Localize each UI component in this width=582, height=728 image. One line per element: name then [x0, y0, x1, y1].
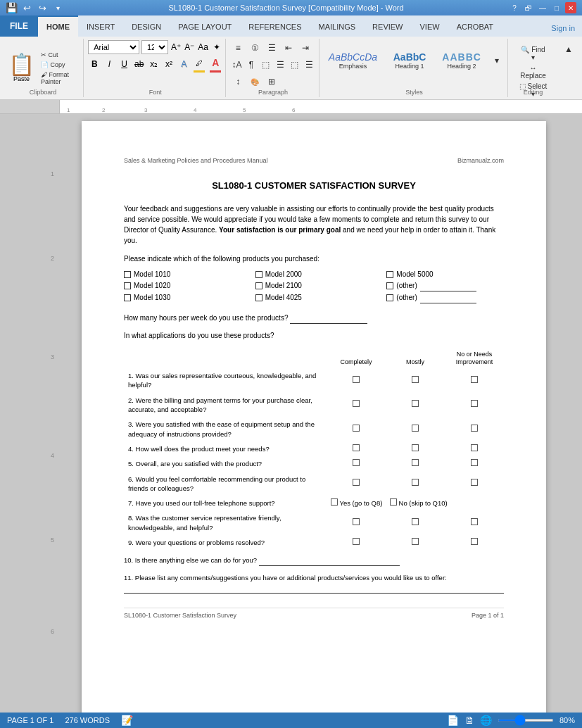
numbering-button[interactable]: ①: [247, 40, 262, 56]
document-scroll-area[interactable]: Sales & Marketing Policies and Procedure…: [60, 114, 568, 713]
hours-answer-field[interactable]: [290, 313, 367, 324]
product-checkbox-1010[interactable]: [124, 271, 131, 278]
product-model-1010[interactable]: Model 1010: [124, 270, 241, 280]
bold-button[interactable]: B: [88, 57, 101, 71]
q2-mostly[interactable]: [386, 393, 445, 418]
customize-icon[interactable]: ▾: [52, 2, 63, 13]
product-other-2[interactable]: (other): [386, 293, 504, 303]
q2-completely[interactable]: [327, 393, 386, 418]
web-layout-icon[interactable]: 🌐: [480, 715, 492, 726]
maximize-button[interactable]: □: [551, 2, 562, 13]
q8-no-needs[interactable]: [445, 510, 504, 535]
product-other-1[interactable]: (other): [386, 281, 504, 291]
file-button[interactable]: FILE: [0, 15, 38, 37]
style-emphasis[interactable]: AaBbCcDa Emphasis: [324, 49, 382, 73]
q6-mostly[interactable]: [386, 472, 445, 496]
product-checkbox-other-2[interactable]: [386, 294, 393, 301]
tab-references[interactable]: REFERENCES: [240, 15, 310, 37]
product-model-2000[interactable]: Model 2000: [255, 270, 373, 280]
text-effects-button[interactable]: A: [177, 57, 190, 71]
tab-review[interactable]: REVIEW: [364, 15, 411, 37]
style-heading2[interactable]: AABBC Heading 2: [437, 49, 486, 73]
q3-mostly[interactable]: [386, 417, 445, 441]
document-title[interactable]: SL1080-1 Customer Satisfaction Survey: [124, 180, 504, 192]
product-checkbox-2000[interactable]: [255, 271, 262, 278]
redo-icon[interactable]: ↪: [37, 2, 48, 13]
product-checkbox-other-1[interactable]: [386, 282, 393, 289]
justify-button[interactable]: ☰: [303, 57, 316, 73]
print-layout-icon[interactable]: 🗎: [464, 715, 474, 726]
tab-page-layout[interactable]: PAGE LAYOUT: [170, 15, 240, 37]
q8-mostly[interactable]: [386, 510, 445, 535]
product-model-2100[interactable]: Model 2100: [255, 281, 373, 291]
product-model-4025[interactable]: Model 4025: [255, 293, 373, 303]
bullets-button[interactable]: ≡: [230, 40, 246, 56]
undo-icon[interactable]: ↩: [21, 2, 32, 13]
decrease-indent-button[interactable]: ⇤: [281, 40, 296, 56]
tab-insert[interactable]: INSERT: [78, 15, 123, 37]
tab-design[interactable]: DESIGN: [123, 15, 170, 37]
shading-button[interactable]: 🎨: [247, 74, 262, 89]
q5-completely[interactable]: [327, 456, 386, 471]
product-model-1020[interactable]: Model 1020: [124, 281, 241, 291]
q4-no-needs[interactable]: [445, 441, 504, 456]
q1-mostly[interactable]: [386, 368, 445, 393]
format-painter-button[interactable]: 🖌 Format Painter: [39, 70, 80, 86]
multilevel-button[interactable]: ☰: [264, 40, 279, 56]
increase-indent-button[interactable]: ⇥: [298, 40, 313, 56]
q5-no-needs[interactable]: [445, 456, 504, 471]
q4-completely[interactable]: [327, 441, 386, 456]
strikethrough-button[interactable]: ab: [133, 57, 146, 71]
line-spacing-button[interactable]: ↕: [230, 74, 246, 89]
q9-completely[interactable]: [327, 535, 386, 550]
styles-scroll-down[interactable]: ▾: [489, 43, 505, 78]
grow-font-button[interactable]: A⁺: [170, 40, 182, 54]
q3-completely[interactable]: [327, 417, 386, 441]
ribbon-collapse-button[interactable]: ▲: [561, 42, 576, 57]
q1-completely[interactable]: [327, 368, 386, 393]
q11-answer-field[interactable]: [124, 584, 504, 594]
align-center-button[interactable]: ☰: [274, 57, 287, 73]
subscript-button[interactable]: x₂: [148, 57, 160, 71]
q8-completely[interactable]: [327, 510, 386, 535]
q10-answer-field[interactable]: [259, 556, 400, 565]
q4-mostly[interactable]: [386, 441, 445, 456]
q7-no-checkbox[interactable]: [390, 498, 397, 506]
tab-acrobat[interactable]: ACROBAT: [448, 15, 502, 37]
sign-in-link[interactable]: Sign in: [544, 20, 582, 37]
copy-button[interactable]: 📄 Copy: [39, 61, 80, 69]
other-field-1[interactable]: [420, 281, 476, 291]
shrink-font-button[interactable]: A⁻: [184, 40, 195, 54]
q3-no-needs[interactable]: [445, 417, 504, 441]
restore-icon[interactable]: 🗗: [523, 2, 534, 13]
underline-button[interactable]: U: [118, 57, 131, 71]
q9-mostly[interactable]: [386, 535, 445, 550]
product-model-5000[interactable]: Model 5000: [386, 270, 504, 280]
clear-format-button[interactable]: ✦: [211, 40, 222, 54]
italic-button[interactable]: I: [103, 57, 115, 71]
q6-no-needs[interactable]: [445, 472, 504, 496]
q7-yes-checkbox[interactable]: [331, 498, 338, 506]
sort-button[interactable]: ↕A: [230, 57, 243, 73]
superscript-button[interactable]: x²: [163, 57, 175, 71]
change-case-button[interactable]: Aa: [197, 40, 209, 54]
close-button[interactable]: ✕: [565, 2, 576, 13]
text-highlight-button[interactable]: 🖊: [192, 56, 206, 70]
q9-no-needs[interactable]: [445, 535, 504, 550]
tab-mailings[interactable]: MAILINGS: [310, 15, 365, 37]
font-name-select[interactable]: Arial: [88, 40, 139, 54]
read-mode-icon[interactable]: 📄: [447, 715, 459, 726]
show-marks-button[interactable]: ¶: [245, 57, 258, 73]
font-size-select[interactable]: 12: [141, 40, 168, 54]
product-checkbox-1030[interactable]: [124, 294, 131, 301]
find-button[interactable]: 🔍 Find ▾: [515, 46, 551, 61]
product-model-1030[interactable]: Model 1030: [124, 293, 241, 303]
q6-completely[interactable]: [327, 472, 386, 496]
quick-save-icon[interactable]: 💾: [6, 2, 17, 13]
cut-button[interactable]: ✂ Cut: [39, 51, 80, 59]
tab-view[interactable]: VIEW: [412, 15, 448, 37]
align-left-button[interactable]: ⬚: [259, 57, 272, 73]
align-right-button[interactable]: ⬚: [289, 57, 302, 73]
zoom-slider[interactable]: [498, 719, 554, 722]
product-checkbox-5000[interactable]: [386, 271, 393, 278]
